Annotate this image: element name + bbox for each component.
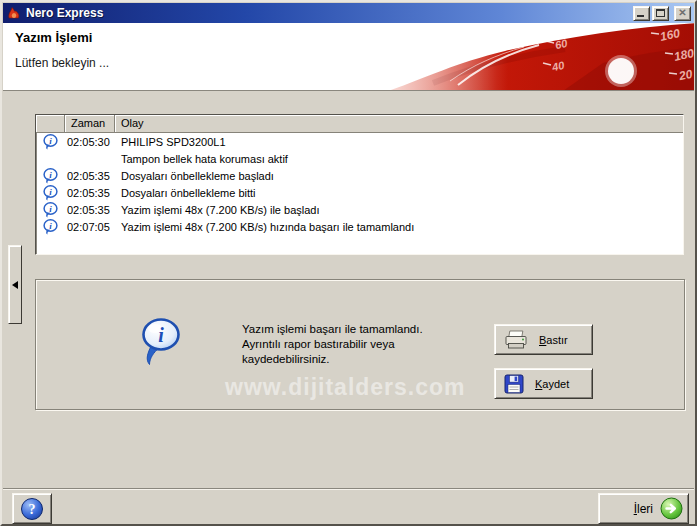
maximize-button[interactable]	[652, 6, 669, 21]
chevron-left-icon	[12, 281, 18, 289]
log-row[interactable]: Tampon bellek hata koruması aktif	[36, 150, 683, 167]
log-event: Yazim işlemi 48x (7.200 KB/s) ile başlad…	[115, 204, 683, 216]
result-message: Yazım işlemi başarı ile tamamlandı. Ayrı…	[242, 322, 423, 367]
log-event: Dosyaları önbellekleme başladı	[115, 170, 683, 182]
log-time: 02:05:35	[65, 204, 115, 216]
drive-panel-toggle[interactable]	[8, 245, 22, 324]
column-header-olay[interactable]: Olay	[115, 115, 683, 133]
log-row[interactable]: i 02:07:05 Yazim işlemi 48x (7.200 KB/s)…	[36, 218, 683, 235]
save-button-label: Kaydet	[535, 378, 569, 390]
log-event: Yazim işlemi 48x (7.200 KB/s) hızında ba…	[115, 221, 683, 233]
info-bubble-icon: i	[43, 134, 58, 150]
log-event: Tampon bellek hata koruması aktif	[115, 153, 683, 165]
log-header-row: Zaman Olay	[36, 115, 683, 133]
column-header-zaman[interactable]: Zaman	[65, 115, 115, 133]
info-balloon-icon: i	[140, 318, 182, 368]
titlebar[interactable]: Nero Express ✕	[3, 3, 694, 23]
maximize-icon	[656, 9, 665, 17]
log-event: Dosyaları önbellekleme bitti	[115, 187, 683, 199]
log-time: 02:07:05	[65, 221, 115, 233]
info-bubble-icon: i	[43, 168, 58, 184]
next-button-label: İleri	[634, 502, 653, 516]
next-button[interactable]: İleri	[598, 493, 689, 524]
footer-divider	[3, 488, 694, 490]
result-message-line: kaydedebilirsiniz.	[242, 352, 423, 367]
info-bubble-icon: i	[43, 219, 58, 235]
result-message-line: Ayrıntılı rapor bastırabilir veya	[242, 337, 423, 352]
info-bubble-icon: i	[43, 185, 58, 201]
floppy-disk-icon	[504, 374, 524, 394]
page-title: Yazım İşlemi	[15, 30, 92, 45]
status-text: Lütfen bekleyin ...	[15, 56, 109, 70]
close-button[interactable]: ✕	[674, 6, 691, 21]
svg-text:i: i	[158, 324, 164, 346]
log-row[interactable]: i 02:05:30 PHILIPS SPD3200L1	[36, 133, 683, 150]
result-message-line: Yazım işlemi başarı ile tamamlandı.	[242, 322, 423, 337]
log-row[interactable]: i 02:05:35 Dosyaları önbellekleme başlad…	[36, 167, 683, 184]
log-time: 02:05:35	[65, 187, 115, 199]
close-icon: ✕	[678, 8, 686, 18]
log-row[interactable]: i 02:05:35 Yazim işlemi 48x (7.200 KB/s)…	[36, 201, 683, 218]
log-event: PHILIPS SPD3200L1	[115, 136, 683, 148]
print-button[interactable]: Bastır	[494, 324, 593, 355]
result-groupbox: i Yazım işlemi başarı ile tamamlandı. Ay…	[35, 279, 685, 410]
header-banner: 60 40 160 180 20 Yazım İşlemi Lütfen bek…	[3, 23, 694, 91]
help-button[interactable]: ?	[12, 493, 52, 524]
next-arrow-icon	[660, 497, 683, 520]
minimize-button[interactable]	[633, 6, 650, 21]
minimize-icon	[637, 15, 644, 17]
window-title: Nero Express	[26, 6, 631, 20]
print-button-label: Bastır	[539, 334, 568, 346]
log-time: 02:05:30	[65, 136, 115, 148]
info-bubble-icon: i	[43, 202, 58, 218]
save-button[interactable]: Kaydet	[494, 368, 593, 399]
nero-logo-icon	[6, 5, 22, 21]
help-icon: ?	[20, 497, 44, 521]
nero-express-window: Nero Express ✕	[0, 0, 697, 526]
svg-text:?: ?	[29, 502, 36, 517]
log-time: 02:05:35	[65, 170, 115, 182]
log-row[interactable]: i 02:05:35 Dosyaları önbellekleme bitti	[36, 184, 683, 201]
column-header-icon[interactable]	[36, 115, 65, 133]
printer-icon	[504, 330, 528, 350]
log-listview[interactable]: Zaman Olay i 02:05:30 PHILIPS SPD3200L1 …	[35, 114, 684, 255]
